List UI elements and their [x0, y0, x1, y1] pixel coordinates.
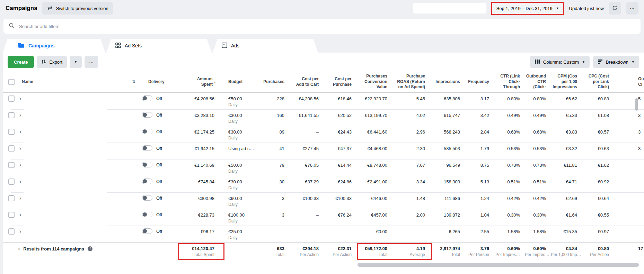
row-expand-chevron-icon[interactable]: › [19, 195, 21, 201]
delivery-status: Off [156, 212, 162, 217]
row-expand-chevron-icon[interactable]: › [19, 129, 21, 135]
row-expand-chevron-icon[interactable]: › [19, 212, 21, 218]
campaign-toggle[interactable] [142, 212, 152, 217]
sort-spacer [126, 159, 141, 163]
breakdown-button[interactable]: Breakdown ▼ [593, 56, 639, 68]
campaign-toggle[interactable] [142, 129, 152, 134]
purchase-roas-cell: 4.02 [392, 109, 430, 118]
export-dropdown-button[interactable]: ▼ [70, 56, 82, 68]
switch-version-button[interactable]: Switch to previous version [42, 2, 113, 15]
row-checkbox[interactable] [8, 162, 15, 168]
info-icon[interactable]: i [88, 246, 92, 251]
column-header-frequency[interactable]: Frequency [465, 79, 494, 85]
outbound-clicks-cell [614, 192, 644, 196]
budget-value: €30.00 [228, 129, 259, 135]
column-header-cpc[interactable]: CPC (Cost per Link Click) [582, 74, 614, 90]
column-header-cost-per-purchase[interactable]: Cost per Purchase [324, 76, 356, 87]
row-checkbox[interactable] [8, 129, 15, 135]
purchase-roas-cell: 2.96 [392, 126, 430, 135]
tab-ads[interactable]: Ads [213, 39, 318, 53]
budget-type: Daily [228, 235, 259, 240]
vertical-scrollbar-thumb[interactable] [635, 98, 638, 111]
totals-outbound-ctr: 0.60%Per Impres… [525, 246, 551, 257]
campaign-toggle[interactable] [142, 179, 152, 184]
column-header-ctr[interactable]: CTR (Link Click- Through [494, 74, 525, 90]
column-header-cost-per-add-to-cart[interactable]: Cost per Add to Cart [289, 76, 324, 87]
sort-icon[interactable]: ⇅ [126, 79, 141, 84]
export-button[interactable]: Export [37, 56, 67, 68]
column-header-impressions[interactable]: Impressions [430, 79, 465, 85]
sort-spacer [126, 192, 141, 196]
cost-per-add-to-cart-cell: €277.45 [289, 143, 324, 151]
budget-value: €30.00 [228, 113, 259, 118]
totals-purchases-conversion-value: €59,172.00Total [356, 246, 392, 257]
cpm-cell: €4.71 [551, 176, 582, 184]
table-row: › Off €1,140.69 €50.00 Daily 79 €76.05 €… [3, 159, 644, 176]
row-expand-chevron-icon[interactable]: › [19, 179, 21, 184]
column-header-budget[interactable]: Budget [219, 79, 259, 85]
totals-expand-chevron-icon[interactable]: › [18, 246, 20, 252]
delivery-status: Off [156, 229, 162, 234]
campaign-toggle[interactable] [142, 162, 152, 167]
row-expand-chevron-icon[interactable]: › [19, 112, 21, 118]
row-expand-chevron-icon[interactable]: › [19, 146, 21, 151]
more-options-button[interactable]: ⋯ [626, 2, 638, 15]
horizontal-scrollbar-thumb[interactable] [358, 263, 639, 267]
outbound-ctr-cell: 0.42% [525, 192, 551, 201]
select-all-checkbox[interactable] [8, 79, 15, 85]
search-input[interactable] [18, 24, 635, 29]
refresh-button[interactable] [609, 2, 621, 15]
budget-value: €30.00 [228, 179, 259, 184]
create-button[interactable]: Create [8, 56, 34, 68]
cpc-cell: €0.64 [582, 192, 614, 201]
column-header-purchases[interactable]: Purchases [259, 79, 289, 85]
row-checkbox[interactable] [8, 212, 15, 218]
column-header-outbound-clicks[interactable]: Outbo Cl [614, 76, 644, 87]
row-checkbox[interactable] [8, 179, 15, 185]
column-header-delivery[interactable]: Delivery [141, 79, 179, 85]
campaign-toggle[interactable] [142, 95, 152, 101]
row-expand-chevron-icon[interactable]: › [19, 162, 21, 168]
results-summary: › Results from 114 campaigns i [3, 246, 179, 252]
outbound-clicks-cell: 3 [614, 143, 644, 151]
table-row: › Off €228.73 €100.00 Daily 3 – €76.24 €… [3, 209, 644, 226]
amount-spent-cell: €745.84 [179, 176, 219, 184]
column-header-purchase-roas[interactable]: Purchase ROAS (Return on Ad Spend) [392, 74, 430, 90]
row-checkbox[interactable] [8, 195, 15, 201]
row-expand-chevron-icon[interactable]: › [19, 96, 21, 101]
column-header-outbound-ctr[interactable]: Outbound CTR (Click- [525, 74, 551, 90]
tab-ad-sets[interactable]: Ad Sets [106, 39, 212, 53]
toolbar-more-button[interactable]: ⋯ [85, 56, 98, 68]
name-cell: › [3, 209, 126, 218]
column-header-purchases-conversion-value[interactable]: Purchases Conversion Value [356, 74, 392, 90]
outbound-clicks-cell [614, 176, 644, 179]
campaign-toggle[interactable] [142, 228, 152, 234]
ctr-cell: 0.30% [494, 209, 525, 218]
delivery-status: Off [156, 96, 162, 101]
campaign-toggle[interactable] [142, 195, 152, 201]
column-header-cpm[interactable]: CPM (Cos per 1,00 Impressions [551, 74, 582, 90]
date-range-selector[interactable]: Sep 1, 2019 – Dec 31, 2019 ▼ [491, 2, 564, 15]
ctr-cell: 0.80% [494, 93, 525, 101]
sort-spacer [126, 209, 141, 212]
row-checkbox[interactable] [8, 95, 15, 102]
cost-per-purchase-cell: €47.37 [324, 143, 356, 151]
tab-campaigns[interactable]: Campaigns [3, 39, 105, 53]
columns-button[interactable]: Columns: Custom ▼ [530, 56, 590, 68]
search-bar[interactable] [3, 19, 641, 34]
row-checkbox[interactable] [8, 112, 15, 118]
breakdown-icon [598, 59, 603, 65]
delivery-status: Off [156, 195, 162, 201]
campaign-toggle[interactable] [142, 112, 152, 118]
search-section [0, 17, 644, 34]
column-header-name[interactable]: Name [3, 79, 126, 85]
row-checkbox[interactable] [8, 228, 15, 235]
amount-spent-cell: €1,942.15 [179, 143, 219, 151]
row-expand-chevron-icon[interactable]: › [19, 229, 21, 234]
budget-type: Daily [228, 136, 259, 140]
column-header-amount-spent[interactable]: Amount Spent ↓ [179, 76, 219, 87]
totals-purchase-roas: 4.19Average [392, 246, 430, 257]
row-checkbox[interactable] [8, 145, 15, 152]
campaign-toggle[interactable] [142, 145, 152, 151]
purchases-cell: 228 [259, 93, 289, 101]
